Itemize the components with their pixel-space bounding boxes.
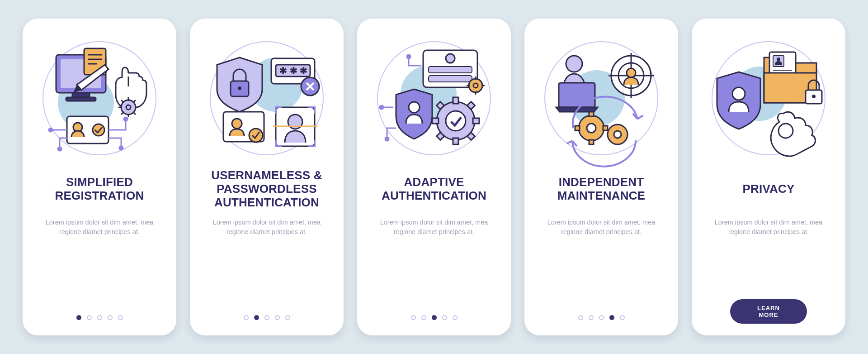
svg-point-84 [614,131,621,138]
svg-point-24 [49,128,52,132]
svg-rect-47 [429,76,472,82]
svg-point-31 [238,86,241,90]
svg-rect-82 [603,126,608,130]
onboarding-card-1: SimplifiedRegistration Lorem ipsum dolor… [23,19,176,335]
svg-rect-79 [589,112,594,116]
card-description: Lorem ipsum dolor sit dim amet, mea regi… [537,218,665,237]
dot-2[interactable] [254,315,259,320]
svg-rect-71 [559,83,595,107]
svg-rect-59 [473,118,479,124]
svg-point-94 [812,95,816,98]
card-description: Lorem ipsum dolor sit dim amet, mea regi… [704,218,833,237]
dot-2[interactable] [589,315,594,320]
dot-5[interactable] [285,315,290,320]
svg-point-54 [409,102,420,113]
dot-3[interactable] [599,315,604,320]
dot-5[interactable] [620,315,625,320]
dot-1[interactable] [578,315,583,320]
dot-5[interactable] [453,315,458,320]
registration-icon [41,39,158,157]
svg-point-70 [566,56,582,72]
card-description: Lorem ipsum dolor sit dim amet, mea regi… [370,218,498,237]
svg-point-89 [777,57,780,61]
maintenance-icon [542,39,660,157]
svg-point-38 [249,129,263,142]
svg-point-45 [446,54,455,63]
learn-more-button[interactable]: LEARN MORE [730,299,807,324]
svg-rect-81 [575,126,580,130]
svg-point-27 [58,147,61,151]
card-title: IndependentMaintenance [555,169,648,210]
svg-point-78 [587,124,596,133]
svg-point-66 [385,137,389,141]
onboarding-card-5: Privacy Lorem ipsum dolor sit dim amet, … [692,19,845,335]
dot-5[interactable] [118,315,123,320]
svg-line-18 [133,112,136,115]
dot-2[interactable] [87,315,92,320]
svg-point-26 [119,146,123,150]
pagination-dots [23,315,176,320]
svg-point-64 [446,111,466,131]
card-title: Privacy [740,169,797,210]
card-title: SimplifiedRegistration [52,169,147,210]
svg-rect-80 [589,140,594,144]
svg-text:✱ ✱ ✱: ✱ ✱ ✱ [279,66,307,76]
dot-3[interactable] [97,315,102,320]
dot-4[interactable] [275,315,280,320]
svg-point-67 [407,55,410,58]
svg-point-48 [469,79,482,92]
svg-rect-58 [432,118,439,124]
onboarding-card-4: IndependentMaintenance Lorem ipsum dolor… [524,19,678,335]
svg-point-25 [124,117,127,121]
svg-point-37 [232,119,242,129]
svg-rect-5 [66,97,96,101]
dot-4[interactable] [108,315,113,320]
pagination-dots [190,315,344,320]
card-description: Lorem ipsum dolor sit dim amet, mea regi… [35,218,164,237]
adaptive-icon [375,39,493,157]
svg-point-76 [627,68,636,77]
passwordless-icon: ✱ ✱ ✱ [208,39,326,157]
privacy-icon [710,39,827,157]
pagination-dots [524,315,678,320]
card-title: AdaptiveAuthentication [379,169,489,210]
card-description: Lorem ipsum dolor sit dim amet, mea regi… [203,218,331,237]
dot-1[interactable] [76,315,81,320]
onboarding-card-2: ✱ ✱ ✱ Usernameless &PasswordlessAuthenti… [190,19,344,335]
svg-rect-56 [453,97,458,104]
pagination-dots [357,315,511,320]
dot-4[interactable] [442,315,447,320]
svg-point-23 [93,124,104,136]
svg-line-19 [121,112,124,115]
dot-1[interactable] [244,315,249,320]
svg-point-65 [380,105,383,109]
dot-1[interactable] [411,315,416,320]
svg-rect-57 [453,138,458,144]
svg-rect-46 [429,67,472,73]
dot-3[interactable] [264,315,269,320]
dot-3[interactable] [432,315,437,320]
card-title: Usernameless &PasswordlessAuthentication [208,169,325,210]
svg-point-95 [732,87,745,100]
onboarding-card-3: AdaptiveAuthentication Lorem ipsum dolor… [357,19,511,335]
dot-2[interactable] [421,315,426,320]
dot-4[interactable] [609,315,614,320]
